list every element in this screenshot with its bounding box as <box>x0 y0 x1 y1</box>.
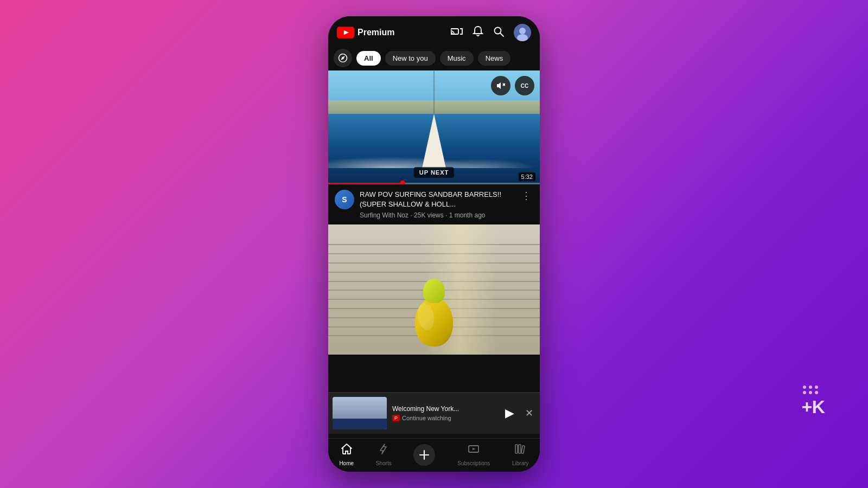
mini-player-text: Welcoming New York... P Continue watchin… <box>392 405 496 421</box>
surfboard-fin <box>434 70 435 114</box>
cast-icon[interactable] <box>451 27 463 39</box>
progress-dot <box>400 181 405 184</box>
nav-shorts[interactable]: Shorts <box>376 443 392 466</box>
mini-player-subtitle: P Continue watching <box>392 415 496 421</box>
premium-badge: P <box>392 415 400 421</box>
nav-home[interactable]: Home <box>339 443 354 466</box>
view-count: 25K views <box>414 211 444 219</box>
video-duration: 5:32 <box>519 172 535 181</box>
tab-news[interactable]: News <box>478 51 511 66</box>
up-next-badge: UP NEXT <box>414 167 454 178</box>
create-button[interactable] <box>413 444 435 466</box>
channel-avatar[interactable]: S <box>335 190 354 209</box>
kj-watermark: +K <box>802 386 825 418</box>
video-player[interactable]: CC UP NEXT 5:32 <box>328 70 540 184</box>
mini-thumb-bg <box>333 397 387 429</box>
mute-button[interactable] <box>491 76 510 95</box>
mini-player-title: Welcoming New York... <box>392 405 496 413</box>
video-progress-bar[interactable] <box>328 183 540 184</box>
youtube-logo-icon <box>337 27 354 38</box>
phone-frame: Premium <box>328 16 540 472</box>
home-label: Home <box>339 460 354 466</box>
second-video-thumbnail[interactable] <box>328 224 540 355</box>
tab-music[interactable]: Music <box>440 51 474 66</box>
svg-rect-19 <box>521 446 525 453</box>
mini-player-thumbnail <box>333 397 387 429</box>
library-label: Library <box>512 460 529 466</box>
shorts-icon <box>378 443 390 458</box>
home-icon <box>341 443 353 458</box>
mini-close-button[interactable]: ✕ <box>523 407 535 419</box>
app-plan-label: Premium <box>358 28 394 37</box>
subscriptions-label: Subscriptions <box>457 460 490 466</box>
bird-video-bg <box>328 224 540 355</box>
separator-2: · <box>445 211 449 219</box>
more-options-button[interactable]: ⋮ <box>519 190 533 202</box>
surfboard-shape <box>422 114 446 168</box>
progress-fill <box>328 183 403 184</box>
subscriptions-icon <box>468 443 480 458</box>
continue-watching-label: Continue watching <box>402 415 451 421</box>
nav-library[interactable]: Library <box>512 443 529 466</box>
search-icon[interactable] <box>493 26 504 40</box>
shorts-label: Shorts <box>376 460 392 466</box>
mini-player: Welcoming New York... P Continue watchin… <box>328 392 540 434</box>
logo-area: Premium <box>337 27 394 38</box>
mini-play-button[interactable]: ▶ <box>502 406 518 420</box>
watermark-text: +K <box>802 396 825 417</box>
notifications-icon[interactable] <box>473 25 483 40</box>
header-icons <box>451 24 531 41</box>
captions-button[interactable]: CC <box>515 76 534 95</box>
player-controls: CC <box>491 76 534 95</box>
library-icon <box>514 443 526 458</box>
tab-new-to-you[interactable]: New to you <box>385 51 436 66</box>
video-title: RAW POV SURFING SANDBAR BARRELS!! (SUPER… <box>360 190 514 209</box>
svg-point-10 <box>342 57 343 59</box>
video-text-area: RAW POV SURFING SANDBAR BARRELS!! (SUPER… <box>360 190 514 219</box>
explore-filter-icon[interactable] <box>334 49 352 67</box>
svg-rect-17 <box>515 445 518 453</box>
svg-marker-16 <box>473 448 476 450</box>
bird-shape <box>415 298 453 346</box>
video-meta: Surfing With Noz · 25K views · 1 month a… <box>360 211 514 219</box>
channel-name: Surfing With Noz <box>360 211 409 219</box>
filter-tabs-bar: All New to you Music News <box>328 46 540 70</box>
bottom-navigation: Home Shorts Subscriptions <box>328 438 540 472</box>
video-info-row: S RAW POV SURFING SANDBAR BARRELS!! (SUP… <box>328 184 540 224</box>
time-ago: 1 month ago <box>449 211 486 219</box>
user-avatar[interactable] <box>514 24 531 41</box>
tab-all[interactable]: All <box>356 51 381 66</box>
svg-line-5 <box>500 33 503 36</box>
app-header: Premium <box>328 16 540 46</box>
svg-rect-18 <box>519 445 521 453</box>
nav-subscriptions[interactable]: Subscriptions <box>457 443 490 466</box>
svg-point-7 <box>519 28 526 34</box>
